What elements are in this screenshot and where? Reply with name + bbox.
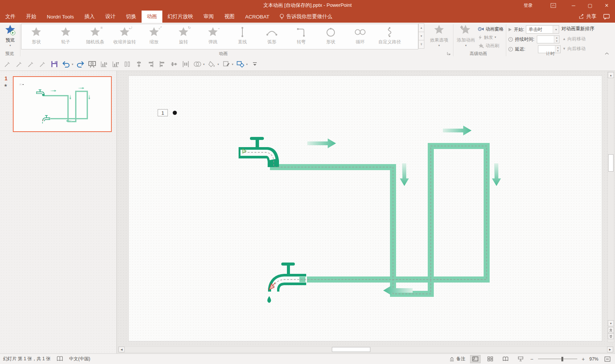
vertical-scrollbar[interactable]: ▲ ▼ (607, 72, 614, 342)
shapes-icon[interactable] (236, 60, 245, 69)
reading-view-button[interactable] (500, 355, 511, 363)
language-status[interactable]: 中文(中国) (69, 356, 90, 362)
gallery-item-custom-path[interactable]: 自定义路径 (375, 24, 404, 49)
spin-down-icon[interactable]: ▼ (555, 49, 560, 53)
fit-slide-to-window-icon[interactable] (603, 355, 612, 363)
spin-down-icon[interactable]: ▼ (554, 40, 559, 43)
scroll-down-icon[interactable]: ▼ (608, 320, 614, 326)
tab-slideshow[interactable]: 幻灯片放映 (162, 11, 199, 23)
gallery-scroll-down-icon[interactable]: ▼ (418, 32, 424, 40)
gallery-item-bounce[interactable]: ⌄ 弹跳 (198, 24, 228, 49)
tab-transitions[interactable]: 切换 (121, 11, 142, 23)
gallery-item-shape[interactable]: 形状 (22, 24, 51, 49)
gallery-item-arc-path[interactable]: 弧形 (257, 24, 287, 49)
minimize-button[interactable]: ─ (565, 0, 582, 11)
effect-options-button[interactable]: 效果选项 ▾ (427, 23, 451, 55)
chevron-down-icon[interactable]: ▼ (553, 26, 559, 33)
horizontal-scroll-thumb[interactable] (332, 347, 370, 352)
qat-overflow-icon[interactable] (250, 60, 259, 69)
shape-outline-icon[interactable] (222, 60, 231, 69)
tell-me-box[interactable]: 告诉我你想要做什么 (275, 11, 337, 23)
sign-in-button[interactable]: 登录 (524, 2, 533, 9)
eyedropper-icon[interactable] (15, 60, 24, 69)
merge-shapes-dropdown-icon[interactable]: ▾ (203, 63, 205, 66)
merge-shapes-icon[interactable] (193, 60, 202, 69)
tab-home[interactable]: 开始 (21, 11, 42, 23)
gallery-item-shrink-turn[interactable]: ⤾ 收缩并旋转 (110, 24, 139, 49)
zoom-out-button[interactable]: − (530, 356, 533, 362)
comments-icon[interactable] (603, 14, 610, 20)
preview-button[interactable]: 预览 ▾ (2, 23, 19, 55)
tab-insert[interactable]: 插入 (79, 11, 100, 23)
redo-icon[interactable] (76, 60, 85, 69)
columns-icon[interactable] (123, 60, 132, 69)
tab-nordri-tools[interactable]: Nordri Tools (42, 11, 79, 23)
gallery-item-loop-path[interactable]: 循环 (345, 24, 375, 49)
dialog-launcher-icon[interactable] (447, 51, 450, 56)
previous-slide-icon[interactable] (608, 327, 614, 333)
slide-canvas[interactable] (128, 75, 602, 341)
move-later-button[interactable]: ▼向后移动 (563, 45, 586, 53)
slide-thumbnail[interactable] (13, 76, 112, 132)
gallery-item-shape-path[interactable]: 形状 (316, 24, 345, 49)
spin-up-icon[interactable]: ▲ (555, 46, 560, 49)
tab-review[interactable]: 审阅 (198, 11, 219, 23)
collapse-ribbon-icon[interactable] (605, 51, 609, 56)
shape-fill-dropdown-icon[interactable]: ▾ (217, 63, 219, 66)
animation-painter-button[interactable]: 动画刷 (478, 41, 504, 50)
save-icon[interactable] (50, 60, 59, 69)
eyedropper-icon[interactable] (38, 60, 47, 69)
start-combobox[interactable]: 单击时 ▼ (526, 25, 559, 34)
shape-fill-icon[interactable] (207, 60, 216, 69)
gallery-item-turn-path[interactable]: 转弯 (287, 24, 316, 49)
undo-icon[interactable] (62, 60, 71, 69)
shape-outline-dropdown-icon[interactable]: ▾ (232, 63, 233, 66)
undo-dropdown-icon[interactable]: ▾ (72, 63, 73, 66)
gallery-item-spin[interactable]: ↻ 旋转 (169, 24, 198, 49)
gallery-item-wheel[interactable]: 轮子 (51, 24, 80, 49)
eyedropper-icon[interactable] (26, 60, 35, 69)
scroll-left-icon[interactable]: ◀ (119, 347, 125, 352)
align-middle-icon[interactable] (170, 60, 179, 69)
scroll-right-icon[interactable]: ▶ (607, 347, 613, 352)
gallery-item-zoom[interactable]: ⤢ 缩放 (139, 24, 169, 49)
gallery-more-icon[interactable]: ⊽ (418, 40, 424, 49)
scroll-up-icon[interactable]: ▲ (608, 72, 614, 78)
gallery-scroll-up-icon[interactable]: ▲ (418, 23, 424, 32)
align-objects-icon[interactable] (134, 60, 143, 69)
close-button[interactable]: ✕ (598, 0, 615, 11)
zoom-in-button[interactable]: + (582, 356, 585, 362)
slide-sorter-view-button[interactable] (485, 355, 496, 363)
tab-file[interactable]: 文件 (0, 11, 21, 23)
distribute-icon[interactable] (181, 60, 190, 69)
tab-acrobat[interactable]: ACROBAT (240, 11, 274, 23)
tab-animations[interactable]: 动画 (142, 11, 162, 23)
align-right-icon[interactable] (146, 60, 155, 69)
shapes-dropdown-icon[interactable]: ▾ (246, 63, 248, 66)
animation-pane-button[interactable]: 动画窗格 (478, 25, 504, 33)
normal-view-button[interactable] (470, 355, 481, 363)
vertical-scroll-thumb[interactable] (608, 154, 613, 172)
share-button[interactable]: 共享 (579, 13, 597, 20)
notes-button[interactable]: 备注 (449, 356, 465, 362)
gallery-item-line-path[interactable]: 直线 (228, 24, 257, 49)
trigger-button[interactable]: 触发 ▾ (478, 33, 504, 41)
zoom-slider-thumb[interactable] (561, 357, 563, 361)
chart-down-icon[interactable] (99, 60, 108, 69)
align-left-icon[interactable] (158, 60, 167, 69)
duration-spinner[interactable]: ▲▼ (537, 35, 560, 43)
tab-design[interactable]: 设计 (100, 11, 121, 23)
gallery-item-random-bars[interactable]: ≡ 随机线条 (80, 24, 110, 49)
zoom-slider[interactable] (538, 356, 577, 362)
spin-up-icon[interactable]: ▲ (554, 36, 559, 40)
zoom-level[interactable]: 97% (589, 356, 598, 362)
ribbon-display-options-icon[interactable] (546, 0, 561, 11)
chart-up-icon[interactable] (111, 60, 120, 69)
next-slide-icon[interactable] (608, 333, 614, 339)
tab-view[interactable]: 视图 (219, 11, 240, 23)
slideshow-view-button[interactable] (515, 355, 526, 363)
maximize-button[interactable]: ▢ (582, 0, 598, 11)
horizontal-scrollbar[interactable]: ◀ ▶ (118, 346, 613, 353)
add-animation-button[interactable]: 添加动画 ▾ (455, 23, 476, 55)
start-slideshow-icon[interactable] (88, 60, 97, 69)
